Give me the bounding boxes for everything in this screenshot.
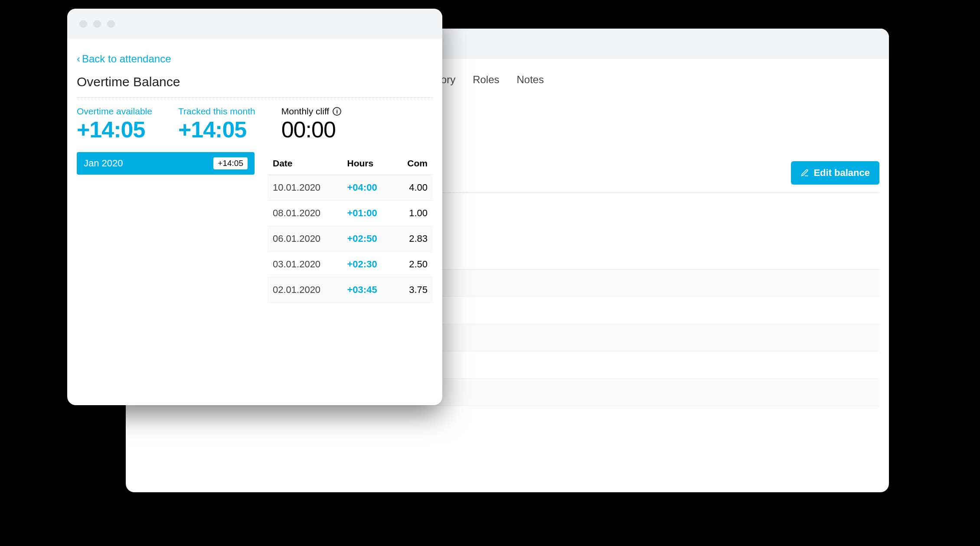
info-icon[interactable]: i <box>333 107 341 116</box>
tracked-month-value: +14:05 <box>178 117 255 143</box>
table-row: 02.01.2020+03:453.75 <box>268 277 433 303</box>
hours-cell: +01:00 <box>342 201 394 226</box>
hours-cell: +02:30 <box>342 252 394 277</box>
col-hours: Hours <box>342 152 394 175</box>
edit-balance-label: Edit balance <box>813 167 870 179</box>
table-row: 10.01.2020+04:004.00 <box>268 175 433 201</box>
edit-balance-button[interactable]: Edit balance <box>791 161 879 185</box>
col-com: Com <box>394 152 433 175</box>
date-cell: 03.01.2020 <box>268 252 342 277</box>
overtime-available-label: Overtime available <box>77 106 152 117</box>
overtime-window: ‹ Back to attendance Overtime Balance Ov… <box>67 9 442 405</box>
hours-cell: +02:50 <box>342 226 394 252</box>
date-cell: 10.01.2020 <box>268 175 342 201</box>
table-row: 03.01.2020+02:302.50 <box>268 252 433 277</box>
hours-cell: +03:45 <box>342 277 394 303</box>
pencil-icon <box>800 169 809 177</box>
tracked-month-label: Tracked this month <box>178 106 255 117</box>
table-row: 06.01.2020+02:502.83 <box>268 226 433 252</box>
date-cell: 08.01.2020 <box>268 201 342 226</box>
back-link-label: Back to attendance <box>82 53 171 65</box>
num-cell: 1.00 <box>394 201 433 226</box>
traffic-light-dot <box>79 20 87 28</box>
monthly-cliff-value: 00:00 <box>281 117 342 143</box>
chevron-left-icon: ‹ <box>77 53 80 65</box>
page-title: Overtime Balance <box>67 75 442 97</box>
num-cell: 3.75 <box>394 277 433 303</box>
month-selector[interactable]: Jan 2020 +14:05 <box>77 152 255 175</box>
tab-notes[interactable]: Notes <box>517 74 544 86</box>
month-badge: +14:05 <box>213 157 248 169</box>
monthly-cliff-label: Monthly cliff <box>281 106 330 117</box>
tab-roles[interactable]: Roles <box>473 74 499 86</box>
num-cell: 2.50 <box>394 252 433 277</box>
traffic-light-dot <box>93 20 101 28</box>
col-date: Date <box>268 152 342 175</box>
overtime-available-value: +14:05 <box>77 117 152 143</box>
titlebar <box>67 9 442 39</box>
date-cell: 06.01.2020 <box>268 226 342 252</box>
back-to-attendance-link[interactable]: ‹ Back to attendance <box>77 53 171 65</box>
overtime-detail-table: Date Hours Com 10.01.2020+04:004.0008.01… <box>268 152 433 303</box>
num-cell: 4.00 <box>394 175 433 201</box>
month-label: Jan 2020 <box>84 158 123 169</box>
num-cell: 2.83 <box>394 226 433 252</box>
table-row: 08.01.2020+01:001.00 <box>268 201 433 226</box>
hours-cell: +04:00 <box>342 175 394 201</box>
date-cell: 02.01.2020 <box>268 277 342 303</box>
traffic-light-dot <box>107 20 115 28</box>
